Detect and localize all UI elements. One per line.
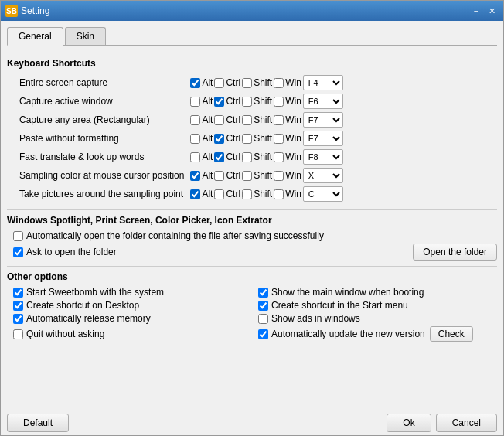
table-row: Take pictures around the sampling point …: [7, 185, 497, 203]
ask-open-folder-checkbox[interactable]: [13, 247, 23, 257]
quit-asking-checkbox[interactable]: [13, 329, 23, 339]
shift-checkbox-label[interactable]: Shift: [242, 133, 272, 144]
ctrl-checkbox[interactable]: [214, 152, 224, 162]
key-select[interactable]: X: [303, 168, 343, 183]
start-system-label[interactable]: Start Sweetbomb with the system: [13, 287, 252, 298]
alt-checkbox[interactable]: [190, 189, 200, 199]
key-select[interactable]: C: [303, 186, 343, 202]
ctrl-checkbox-label[interactable]: Ctrl: [214, 189, 240, 199]
ask-open-folder-label[interactable]: Ask to open the folder: [13, 247, 117, 257]
ok-button[interactable]: Ok: [387, 414, 431, 432]
shift-checkbox-label[interactable]: Shift: [242, 114, 272, 125]
win-checkbox-label[interactable]: Win: [274, 96, 301, 107]
key-select[interactable]: F7: [303, 112, 343, 128]
alt-checkbox-label[interactable]: Alt: [190, 77, 213, 88]
close-button[interactable]: ✕: [485, 5, 499, 17]
ctrl-checkbox-label[interactable]: Ctrl: [214, 152, 240, 162]
alt-checkbox[interactable]: [190, 171, 200, 181]
alt-checkbox-label[interactable]: Alt: [190, 114, 213, 125]
shift-checkbox[interactable]: [242, 134, 252, 144]
cancel-button[interactable]: Cancel: [436, 414, 497, 432]
shortcut-label: Sampling color at mouse cursor position: [7, 166, 187, 185]
win-checkbox-label[interactable]: Win: [274, 114, 301, 125]
ctrl-checkbox-label[interactable]: Ctrl: [214, 114, 240, 125]
open-folder-button[interactable]: Open the folder: [413, 244, 497, 261]
shift-checkbox-label[interactable]: Shift: [242, 152, 272, 162]
key-select[interactable]: F7: [303, 131, 343, 146]
win-checkbox-label[interactable]: Win: [274, 77, 301, 88]
show-ads-label[interactable]: Show ads in windows: [258, 313, 497, 324]
shift-checkbox-label[interactable]: Shift: [242, 96, 272, 107]
show-main-checkbox[interactable]: [258, 288, 268, 298]
shift-checkbox-label[interactable]: Shift: [242, 77, 272, 88]
title-buttons: − ✕: [469, 5, 499, 17]
key-select[interactable]: F6: [303, 94, 343, 109]
alt-checkbox[interactable]: [190, 78, 200, 88]
shift-checkbox-label[interactable]: Shift: [242, 170, 272, 181]
auto-update-checkbox[interactable]: [258, 329, 268, 339]
table-row: Sampling color at mouse cursor position …: [7, 166, 497, 185]
alt-checkbox-label[interactable]: Alt: [190, 96, 213, 107]
ctrl-checkbox[interactable]: [214, 134, 224, 144]
ctrl-checkbox-label[interactable]: Ctrl: [214, 77, 240, 88]
ctrl-checkbox-label[interactable]: Ctrl: [214, 96, 240, 107]
win-checkbox[interactable]: [274, 97, 284, 107]
ctrl-checkbox[interactable]: [214, 189, 224, 199]
alt-checkbox-label[interactable]: Alt: [190, 152, 213, 162]
key-select[interactable]: F4: [303, 75, 343, 90]
alt-checkbox[interactable]: [190, 115, 200, 125]
alt-checkbox[interactable]: [190, 134, 200, 144]
auto-update-label[interactable]: Automatically update the new version: [258, 329, 425, 339]
ctrl-checkbox[interactable]: [214, 78, 224, 88]
ctrl-checkbox[interactable]: [214, 171, 224, 181]
shift-checkbox[interactable]: [242, 97, 252, 107]
win-checkbox[interactable]: [274, 189, 284, 199]
start-system-checkbox[interactable]: [13, 288, 23, 298]
title-bar: SB Setting − ✕: [1, 1, 503, 21]
ctrl-checkbox-label[interactable]: Ctrl: [214, 133, 240, 144]
title-bar-left: SB Setting: [5, 5, 49, 17]
shift-checkbox-label[interactable]: Shift: [242, 189, 272, 199]
shift-checkbox[interactable]: [242, 78, 252, 88]
shift-checkbox[interactable]: [242, 189, 252, 199]
ctrl-checkbox[interactable]: [214, 115, 224, 125]
win-checkbox-label[interactable]: Win: [274, 133, 301, 144]
shift-checkbox[interactable]: [242, 152, 252, 162]
ctrl-checkbox[interactable]: [214, 97, 224, 107]
alt-checkbox-label[interactable]: Alt: [190, 133, 213, 144]
other-options-section: Other options Start Sweetbomb with the s…: [7, 266, 497, 342]
win-checkbox-label[interactable]: Win: [274, 189, 301, 199]
win-checkbox-label[interactable]: Win: [274, 170, 301, 181]
win-checkbox[interactable]: [274, 115, 284, 125]
ctrl-checkbox-label[interactable]: Ctrl: [214, 170, 240, 181]
tab-general[interactable]: General: [7, 27, 63, 46]
auto-open-folder-checkbox[interactable]: [13, 231, 23, 241]
shift-checkbox[interactable]: [242, 115, 252, 125]
win-checkbox[interactable]: [274, 134, 284, 144]
create-desktop-checkbox[interactable]: [13, 301, 23, 311]
alt-checkbox-label[interactable]: Alt: [190, 170, 213, 181]
tab-skin[interactable]: Skin: [65, 27, 106, 45]
release-memory-label[interactable]: Automatically release memory: [13, 313, 252, 324]
auto-open-folder-label[interactable]: Automatically open the folder containing…: [13, 230, 324, 241]
check-button[interactable]: Check: [430, 326, 473, 342]
win-checkbox[interactable]: [274, 78, 284, 88]
win-checkbox[interactable]: [274, 152, 284, 162]
show-ads-checkbox[interactable]: [258, 314, 268, 324]
default-button[interactable]: Default: [7, 414, 69, 432]
create-start-label[interactable]: Create shortcut in the Start menu: [258, 300, 497, 311]
show-main-label[interactable]: Show the main window when booting: [258, 287, 497, 298]
create-start-checkbox[interactable]: [258, 301, 268, 311]
release-memory-checkbox[interactable]: [13, 314, 23, 324]
quit-asking-label[interactable]: Quit without asking: [13, 326, 252, 342]
minimize-button[interactable]: −: [469, 5, 483, 17]
win-checkbox-label[interactable]: Win: [274, 152, 301, 162]
key-select[interactable]: F8: [303, 149, 343, 165]
create-desktop-label[interactable]: Create shortcut on Desktop: [13, 300, 252, 311]
win-checkbox[interactable]: [274, 171, 284, 181]
auto-update-text: Automatically update the new version: [271, 329, 425, 339]
shift-checkbox[interactable]: [242, 171, 252, 181]
alt-checkbox[interactable]: [190, 97, 200, 107]
alt-checkbox[interactable]: [190, 152, 200, 162]
alt-checkbox-label[interactable]: Alt: [190, 189, 213, 199]
